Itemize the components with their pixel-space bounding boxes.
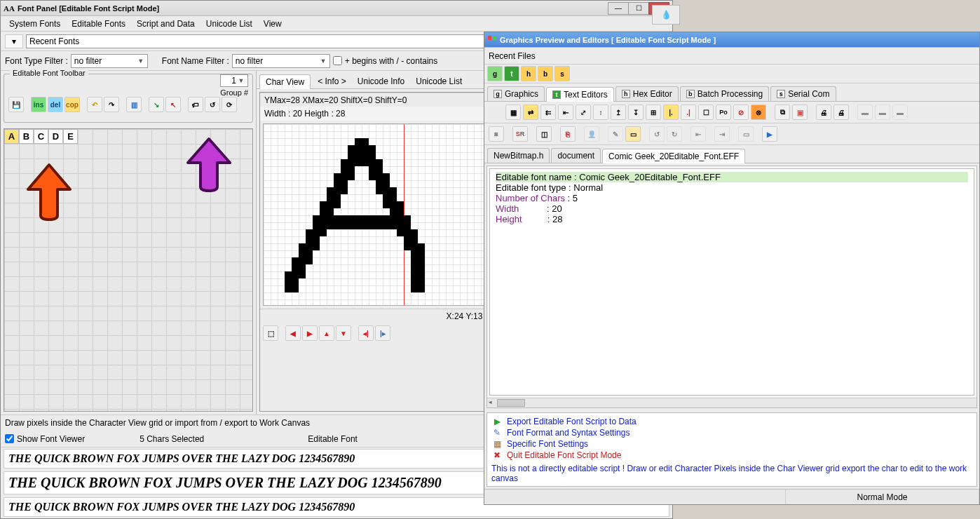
tab-info[interactable]: < Info > [312, 74, 352, 88]
tb-r1-4[interactable]: ⇤ [558, 105, 573, 120]
char-cell-d[interactable]: D [48, 129, 63, 144]
btn-narrow-right[interactable]: |▸ [375, 325, 390, 341]
tb-r2-d4: ⇤ [690, 126, 706, 142]
letter-tab-h[interactable]: h [521, 66, 536, 81]
btn-import-right[interactable]: ↘ [149, 97, 164, 112]
action-export-editable-font-script-to-data[interactable]: ▶Export Editable Font Script to Data [491, 416, 972, 427]
tb-r2-exit[interactable]: ⎘ [560, 126, 576, 142]
tb-r1-8[interactable]: ↧ [628, 105, 644, 120]
maximize-button[interactable]: ☐ [628, 2, 649, 15]
tb-r2-note[interactable]: ▭ [625, 126, 641, 142]
char-list-grid[interactable]: A B C D E [4, 128, 253, 412]
tab-unicode-list[interactable]: Unicode List [410, 74, 468, 88]
tb-r1-10[interactable]: |. [663, 105, 679, 120]
tb-r2-cols[interactable]: ◫ [536, 126, 552, 142]
tb-r1-11[interactable]: .| [681, 105, 696, 120]
btn-shift-up[interactable]: ▲ [319, 325, 334, 341]
action-specific-font-settings[interactable]: ▦Specific Font Settings [491, 438, 972, 450]
doc-tab-document[interactable]: document [551, 148, 601, 163]
status-bar: Normal Mode [484, 489, 979, 504]
char-cell-e[interactable]: E [63, 129, 78, 144]
btn-insert[interactable]: ins [31, 97, 46, 112]
btn-import-left[interactable]: ↖ [165, 97, 181, 112]
btn-chart[interactable]: ▥ [126, 97, 142, 112]
filter-mode-checkbox[interactable] [333, 56, 342, 65]
group-number-combo[interactable]: 1▼ [220, 74, 248, 87]
group-number-label: Group # [220, 87, 248, 97]
tb-r1-12[interactable]: ☐ [698, 105, 714, 120]
script-note: This is not a directly editable script !… [491, 461, 972, 483]
menu-editable-fonts[interactable]: Editable Fonts [66, 18, 131, 30]
main-tab-serial-com[interactable]: sSerial Com [770, 86, 836, 101]
font-name-filter-combo[interactable]: no filter▼ [232, 54, 330, 68]
red-guide-line [404, 124, 404, 305]
letter-tab-t[interactable]: t [504, 66, 519, 81]
tb-r1-5[interactable]: ⤢ [576, 105, 591, 120]
tb-r1-d1: ▬ [857, 105, 873, 120]
action-quit-editable-font-script-mode[interactable]: ✖Quit Editable Font Script Mode [491, 450, 972, 461]
editor-hscroll[interactable]: ◂ [487, 398, 976, 407]
main-tab-hex-editor[interactable]: hHex Editor [615, 86, 679, 101]
tb-r1-13[interactable]: Po [716, 105, 731, 120]
btn-save[interactable]: 💾 [8, 97, 24, 112]
tb-r2-bin: 👤 [584, 126, 599, 142]
char-cell-c[interactable]: C [34, 129, 48, 144]
font-type-filter-combo[interactable]: no filter▼ [71, 54, 148, 68]
char-cell-b[interactable]: B [19, 129, 34, 144]
btn-copy[interactable]: cop [64, 97, 80, 112]
tb-r1-printcolor[interactable]: 🖨 [833, 105, 849, 120]
tb-r1-print[interactable]: 🖨 [816, 105, 831, 120]
preview-titlebar: Graphics Preview and Editors [ Editable … [484, 32, 979, 48]
doc-tab-eff[interactable]: Comic Geek_20Editable_Font.EFF [602, 149, 745, 163]
minimize-button[interactable]: — [608, 2, 629, 15]
btn-narrow-left[interactable]: ◂| [358, 325, 374, 341]
btn-shift-right[interactable]: ▶ [302, 325, 318, 341]
tb-r2-sr[interactable]: SR [512, 126, 528, 142]
tab-char-view[interactable]: Char View [259, 74, 311, 89]
menu-view[interactable]: View [258, 18, 287, 30]
letter-tab-b[interactable]: b [538, 66, 553, 81]
tb-r2-menu[interactable]: ≡ [489, 126, 504, 142]
show-font-viewer-label: Show Font Viewer [17, 434, 85, 444]
show-font-viewer-checkbox[interactable] [5, 434, 14, 443]
main-tab-text-editors[interactable]: tText Editors [546, 87, 614, 102]
doc-tab-newbitmap[interactable]: NewBitmap.h [487, 148, 550, 163]
btn-shift-left[interactable]: ◀ [285, 325, 301, 341]
tb-r1-14[interactable]: ⊘ [733, 105, 749, 120]
tb-r1-2[interactable]: ⇄ [523, 105, 538, 120]
tb-r1-9[interactable]: ⊞ [646, 105, 661, 120]
eyedropper-tool[interactable]: 💧 [653, 6, 679, 24]
action-font-format-and-syntax-settings[interactable]: ✎Font Format and Syntax Settings [491, 427, 972, 438]
tb-r1-17[interactable]: ▣ [792, 105, 808, 120]
tb-r1-7[interactable]: ↥ [611, 105, 626, 120]
char-cell-a[interactable]: A [4, 129, 19, 144]
tb-r1-3[interactable]: ⇇ [540, 105, 556, 120]
btn-redo[interactable]: ↷ [104, 97, 119, 112]
tb-r1-6[interactable]: ↕ [593, 105, 608, 120]
tb-r1-15[interactable]: ⊗ [751, 105, 766, 120]
letter-tab-g[interactable]: g [487, 66, 503, 81]
status-mode: Normal Mode [786, 490, 979, 504]
letter-tab-s[interactable]: s [554, 66, 570, 81]
recent-fonts-icon[interactable]: ▾ [5, 34, 23, 48]
tb-r2-d6: ▭ [738, 126, 754, 142]
editable-font-label: Editable Font [308, 434, 358, 444]
main-tab-graphics[interactable]: gGraphics [487, 86, 545, 101]
script-editor[interactable]: Editable font name : Comic Geek_20Editab… [489, 168, 974, 396]
tb-r2-flag[interactable]: ▶ [762, 126, 777, 142]
tab-unicode-info[interactable]: Unicode Info [352, 74, 410, 88]
btn-anchor[interactable]: ⬚ [263, 325, 278, 341]
btn-delete[interactable]: del [48, 97, 63, 112]
menu-script-and-data[interactable]: Script and Data [131, 18, 200, 30]
menu-system-fonts[interactable]: System Fonts [4, 18, 66, 30]
btn-undo[interactable]: ↶ [87, 97, 102, 112]
tb-r1-1[interactable]: ▦ [505, 105, 521, 120]
btn-sync[interactable]: ⟳ [222, 97, 237, 112]
btn-tag[interactable]: 🏷 [188, 97, 203, 112]
btn-refresh[interactable]: ↺ [205, 97, 220, 112]
menu-unicode-list[interactable]: Unicode List [200, 18, 258, 30]
tb-r1-16[interactable]: ⧉ [775, 105, 790, 120]
btn-shift-down[interactable]: ▼ [336, 325, 351, 341]
main-tab-batch-processing[interactable]: bBatch Processing [680, 86, 769, 101]
selected-chars-count: 5 Chars Selected [139, 434, 204, 444]
